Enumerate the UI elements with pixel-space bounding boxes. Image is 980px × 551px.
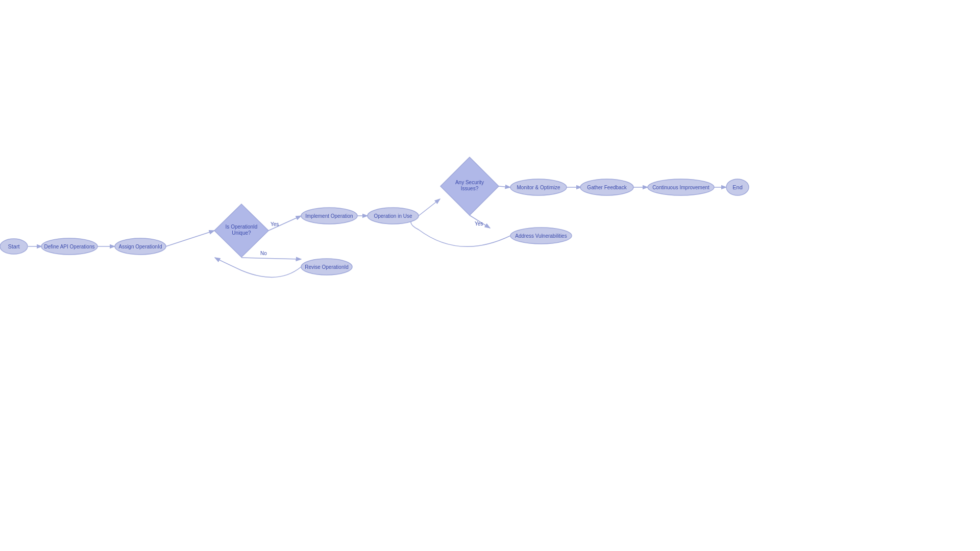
node-gather-label: Gather Feedback	[587, 185, 627, 190]
node-assign-label: Assign OperationId	[118, 244, 162, 249]
node-start-label: Start	[8, 243, 19, 249]
node-security-label2: Issues?	[461, 186, 479, 191]
node-end-label: End	[732, 184, 743, 190]
edge-operation-security	[419, 199, 440, 216]
edge-assign-isunique	[166, 231, 214, 246]
node-revise-label: Revise OperationId	[305, 264, 349, 270]
node-address-label: Address Vulnerabilities	[515, 233, 567, 239]
edge-isunique-revise	[241, 258, 301, 259]
label-yes-implement: Yes	[271, 221, 279, 227]
node-continuous-label: Continuous Improvement	[652, 185, 709, 190]
label-no-revise: No	[260, 251, 267, 256]
node-isunique-label1: Is OperationId	[226, 224, 258, 230]
flowchart: Yes No No Yes Start Define API Operation…	[0, 0, 980, 551]
node-security-label1: Any Security	[455, 180, 484, 185]
node-operation-label: Operation in Use	[374, 213, 412, 219]
edge-security-monitor	[499, 186, 510, 187]
label-yes-address: Yes	[475, 221, 483, 227]
node-define-label: Define API Operations	[44, 244, 95, 249]
node-monitor-label: Monitor & Optimize	[517, 185, 560, 190]
node-implement-label: Implement Operation	[305, 213, 353, 219]
edge-address-operation	[411, 216, 510, 246]
node-isunique-label2: Unique?	[232, 230, 251, 236]
edge-revise-isunique	[215, 258, 301, 277]
